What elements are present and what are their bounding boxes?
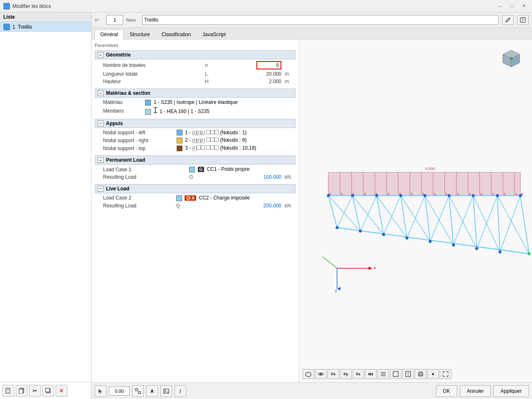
truss-svg: 5.000 [299, 56, 532, 382]
single-view-button[interactable] [390, 369, 401, 379]
text-button[interactable]: A [146, 385, 158, 397]
right-panel: n° 1 Nom Général Structure Classificatio… [91, 12, 532, 399]
svg-line-60 [453, 196, 473, 245]
label-nodal-top: Nodal support - top [95, 144, 175, 152]
value-loadcase1[interactable]: G CC1 - Poids propre [187, 165, 296, 173]
unit-resulting-q: kN [283, 202, 296, 209]
section-label-permanent: Permanent Load [106, 157, 145, 163]
section-permanent[interactable]: − Permanent Load [95, 155, 296, 165]
sidebar-item-treillis[interactable]: 1 Treillis [0, 22, 91, 32]
section-toggle-materiau[interactable]: − [98, 90, 103, 96]
app-icon [3, 3, 10, 10]
section-toggle-appuis[interactable]: − [98, 121, 103, 126]
cut-button[interactable]: ✂ [29, 385, 41, 397]
unit-resulting-g: kN [283, 173, 296, 181]
book-icon-button[interactable] [517, 15, 529, 25]
travees-input[interactable]: 8 [256, 61, 281, 69]
value-nodal-top[interactable]: 3 - (Nœuds : 10,18) [175, 144, 296, 152]
svg-rect-100 [138, 392, 140, 394]
cancel-button[interactable]: Annuler [460, 385, 491, 397]
fullscreen-button[interactable] [440, 369, 451, 379]
tab-classification[interactable]: Classification [156, 30, 196, 39]
image-button[interactable] [160, 385, 172, 397]
eye-button[interactable] [315, 369, 327, 379]
cb2 [197, 131, 201, 135]
apply-button[interactable]: Appliquer [493, 385, 529, 397]
split-view-button[interactable] [402, 369, 414, 379]
section-live[interactable]: − Live Load [95, 184, 296, 193]
n-value[interactable]: 1 [106, 15, 123, 25]
svg-point-72 [496, 194, 499, 197]
ok-button[interactable]: OK [436, 385, 457, 397]
nodal-top-swatch [177, 145, 182, 151]
close-button[interactable]: ✕ [519, 2, 529, 10]
cb6 [214, 130, 219, 134]
restore-button[interactable]: □ [507, 2, 517, 10]
svg-point-74 [336, 226, 339, 229]
tab-javascript[interactable]: JavaScript [197, 30, 231, 39]
nom-input[interactable] [142, 15, 499, 25]
nodal-top-text: 3 - (Nœuds : 10,18) [185, 145, 256, 151]
svg-line-54 [384, 196, 401, 235]
cb4 [206, 130, 210, 134]
value-resulting-q[interactable]: 200.000 [187, 202, 283, 209]
table-row: Nodal support - right 2 - (Nœuds : 9) [95, 136, 296, 144]
value-members[interactable]: 1 - HEA 160 | 1 - S235 [143, 106, 296, 116]
more-button[interactable]: ▾ [427, 369, 439, 379]
value-materiau[interactable]: 1 - S235 | Isotrope | Linéaire élastique [143, 99, 296, 106]
cb11 [210, 138, 214, 142]
label-resulting-q: Resulting Load [95, 202, 175, 209]
pointer-button[interactable] [95, 385, 106, 397]
value-nodal-right[interactable]: 2 - (Nœuds : 9) [175, 136, 296, 144]
svg-text:5.000: 5.000 [426, 167, 435, 171]
tab-structure[interactable]: Structure [124, 30, 155, 39]
cb10 [206, 138, 210, 142]
snap-button[interactable] [132, 385, 144, 397]
section-appuis[interactable]: − Appuis [95, 119, 296, 128]
svg-point-102 [165, 389, 166, 391]
cb12 [214, 138, 219, 142]
svg-line-43 [401, 196, 407, 238]
svg-line-42 [377, 196, 384, 235]
view-orientation-group [303, 369, 314, 379]
duplicate-button[interactable] [16, 385, 27, 397]
delete-button[interactable]: ✕ [56, 385, 67, 397]
svg-point-77 [406, 236, 409, 239]
main-container: Liste 1 Treillis ✂ ✕ n° 1 Nom [0, 12, 532, 399]
section-toggle-geometrie[interactable]: − [98, 52, 103, 58]
svg-line-87 [323, 257, 337, 268]
cb18 [214, 145, 219, 150]
value-travees[interactable]: 8 [216, 60, 283, 70]
function-button[interactable]: ƒ [175, 385, 186, 397]
edit-icon-button[interactable] [502, 15, 514, 25]
layers-button[interactable] [377, 369, 389, 379]
value-loadcase2[interactable]: QI A CC2 - Charge imposée [175, 194, 296, 202]
mz-button[interactable]: Mz [365, 369, 377, 379]
section-toggle-live[interactable]: − [98, 186, 103, 192]
table-row: Longueur totale L 20.000 m [95, 70, 296, 78]
cb14 [197, 145, 201, 150]
table-row: Nodal support - top 3 - (Nœuds : 10,18) [95, 144, 296, 152]
value-resulting-g[interactable]: 100.000 [200, 173, 283, 181]
value-nodal-left[interactable]: 1 - (Nœuds : 1) [175, 129, 296, 137]
svg-rect-99 [135, 389, 138, 391]
fx-button[interactable]: Fx [328, 369, 339, 379]
label-longueur: Longueur totale [95, 70, 203, 78]
section-geometrie[interactable]: − Géométrie [95, 50, 296, 59]
svg-line-56 [407, 196, 425, 238]
tab-general[interactable]: Général [95, 30, 123, 39]
section-toggle-permanent[interactable]: − [98, 157, 103, 163]
fy-button[interactable]: Fy [340, 369, 352, 379]
cb17 [210, 145, 214, 150]
print-button[interactable] [415, 369, 426, 379]
minimize-button[interactable]: ─ [495, 2, 505, 10]
view-3d-button[interactable] [303, 369, 314, 379]
new-button[interactable] [2, 385, 14, 397]
sidebar-header: Liste [0, 12, 91, 22]
copy-button[interactable] [42, 385, 54, 397]
table-row: Nombre de travées n 8 [95, 60, 296, 70]
section-materiau[interactable]: − Matériau & section [95, 89, 296, 98]
label-members: Members [95, 106, 143, 116]
fz-button[interactable]: Fz [352, 369, 364, 379]
sidebar: Liste 1 Treillis ✂ ✕ [0, 12, 91, 399]
